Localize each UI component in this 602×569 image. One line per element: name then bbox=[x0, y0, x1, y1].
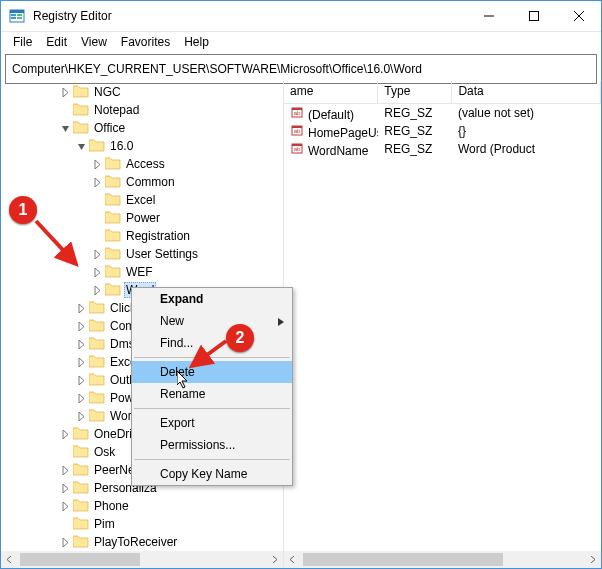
tree-item-label: Phone bbox=[92, 499, 131, 513]
column-header[interactable]: Type bbox=[378, 81, 452, 103]
chevron-right-icon[interactable] bbox=[89, 264, 105, 280]
value-row[interactable]: abHomePageUser...REG_SZ{} bbox=[284, 122, 601, 140]
menu-file[interactable]: File bbox=[7, 33, 38, 51]
tree-item[interactable]: Power bbox=[1, 209, 283, 227]
app-icon bbox=[9, 8, 25, 24]
minimize-button[interactable] bbox=[466, 1, 511, 31]
column-header[interactable]: ame bbox=[284, 81, 378, 103]
chevron-right-icon[interactable] bbox=[57, 498, 73, 514]
chevron-right-icon[interactable] bbox=[73, 300, 89, 316]
menu-item-expand[interactable]: Expand bbox=[132, 288, 292, 310]
values-pane: ameTypeData ab(Default)REG_SZ(value not … bbox=[284, 81, 601, 568]
chevron-right-icon[interactable] bbox=[89, 156, 105, 172]
tree-item[interactable]: 16.0 bbox=[1, 137, 283, 155]
tree-item[interactable]: Phone bbox=[1, 497, 283, 515]
registry-editor-window: Registry Editor File Edit View Favorites… bbox=[0, 0, 602, 569]
menu-edit[interactable]: Edit bbox=[40, 33, 73, 51]
values-header: ameTypeData bbox=[284, 81, 601, 104]
value-data: {} bbox=[452, 124, 601, 138]
svg-rect-7 bbox=[529, 12, 538, 21]
menu-separator bbox=[134, 459, 290, 460]
expander-none bbox=[89, 192, 105, 208]
address-bar[interactable]: Computer\HKEY_CURRENT_USER\SOFTWARE\Micr… bbox=[5, 54, 597, 84]
chevron-right-icon[interactable] bbox=[57, 462, 73, 478]
tree-h-scrollbar[interactable] bbox=[1, 551, 283, 568]
scroll-left-button[interactable] bbox=[284, 551, 301, 568]
tree-item[interactable]: Registration bbox=[1, 227, 283, 245]
menu-item-permissions[interactable]: Permissions... bbox=[132, 434, 292, 456]
menu-item-export[interactable]: Export bbox=[132, 412, 292, 434]
chevron-right-icon[interactable] bbox=[73, 354, 89, 370]
maximize-button[interactable] bbox=[511, 1, 556, 31]
scroll-left-button[interactable] bbox=[1, 551, 18, 568]
chevron-down-icon[interactable] bbox=[57, 120, 73, 136]
menu-item-delete[interactable]: Delete bbox=[132, 361, 292, 383]
folder-icon bbox=[105, 246, 124, 263]
tree-item[interactable]: Pim bbox=[1, 515, 283, 533]
tree-item[interactable]: Access bbox=[1, 155, 283, 173]
tree-item[interactable]: WEF bbox=[1, 263, 283, 281]
folder-icon bbox=[105, 174, 124, 191]
chevron-right-icon[interactable] bbox=[73, 318, 89, 334]
tree-item[interactable]: User Settings bbox=[1, 245, 283, 263]
value-row[interactable]: abWordNameREG_SZWord (Product bbox=[284, 140, 601, 158]
chevron-right-icon[interactable] bbox=[73, 372, 89, 388]
tree-item[interactable]: Excel bbox=[1, 191, 283, 209]
values-h-scrollbar[interactable] bbox=[284, 551, 601, 568]
value-name: abWordName bbox=[284, 141, 378, 158]
tree-item[interactable]: Office bbox=[1, 119, 283, 137]
menu-favorites[interactable]: Favorites bbox=[115, 33, 176, 51]
svg-text:ab: ab bbox=[294, 128, 301, 134]
menu-item-new[interactable]: New bbox=[132, 310, 292, 332]
chevron-right-icon[interactable] bbox=[57, 480, 73, 496]
scroll-thumb[interactable] bbox=[303, 553, 503, 566]
menu-item-rename[interactable]: Rename bbox=[132, 383, 292, 405]
tree-item[interactable]: Common bbox=[1, 173, 283, 191]
menu-help[interactable]: Help bbox=[178, 33, 215, 51]
chevron-right-icon[interactable] bbox=[73, 390, 89, 406]
folder-icon bbox=[89, 300, 108, 317]
folder-icon bbox=[73, 444, 92, 461]
menu-view[interactable]: View bbox=[75, 33, 113, 51]
close-button[interactable] bbox=[556, 1, 601, 31]
chevron-right-icon[interactable] bbox=[57, 426, 73, 442]
chevron-right-icon[interactable] bbox=[89, 174, 105, 190]
tree-item-label: Pim bbox=[92, 517, 117, 531]
tree-item-label: WEF bbox=[124, 265, 155, 279]
value-row[interactable]: ab(Default)REG_SZ(value not set) bbox=[284, 104, 601, 122]
value-name: ab(Default) bbox=[284, 105, 378, 122]
scroll-thumb[interactable] bbox=[20, 553, 140, 566]
svg-rect-2 bbox=[11, 17, 16, 19]
chevron-right-icon[interactable] bbox=[57, 84, 73, 100]
chevron-down-icon[interactable] bbox=[73, 138, 89, 154]
tree-item-label: Registration bbox=[124, 229, 192, 243]
column-header[interactable]: Data bbox=[452, 81, 601, 103]
folder-icon bbox=[89, 336, 108, 353]
folder-icon bbox=[89, 318, 108, 335]
chevron-right-icon[interactable] bbox=[89, 282, 105, 298]
svg-rect-15 bbox=[292, 126, 302, 128]
value-data: Word (Product bbox=[452, 142, 601, 156]
chevron-right-icon[interactable] bbox=[73, 336, 89, 352]
tree-item-label: Excel bbox=[124, 193, 157, 207]
scroll-right-button[interactable] bbox=[584, 551, 601, 568]
value-type: REG_SZ bbox=[378, 124, 452, 138]
tree-item-label: NGC bbox=[92, 85, 123, 99]
value-data: (value not set) bbox=[452, 106, 601, 120]
folder-icon bbox=[105, 282, 124, 299]
tree-item[interactable]: PlayToReceiver bbox=[1, 533, 283, 551]
folder-icon bbox=[73, 462, 92, 479]
folder-icon bbox=[73, 498, 92, 515]
value-type: REG_SZ bbox=[378, 142, 452, 156]
chevron-right-icon[interactable] bbox=[57, 534, 73, 550]
chevron-right-icon[interactable] bbox=[89, 246, 105, 262]
tree-item[interactable]: Notepad bbox=[1, 101, 283, 119]
scroll-right-button[interactable] bbox=[266, 551, 283, 568]
folder-icon bbox=[73, 480, 92, 497]
address-text: Computer\HKEY_CURRENT_USER\SOFTWARE\Micr… bbox=[12, 62, 422, 76]
tree-item[interactable]: NGC bbox=[1, 83, 283, 101]
menu-item-find[interactable]: Find... bbox=[132, 332, 292, 354]
folder-icon bbox=[89, 408, 108, 425]
menu-item-copy-key-name[interactable]: Copy Key Name bbox=[132, 463, 292, 485]
chevron-right-icon[interactable] bbox=[73, 408, 89, 424]
